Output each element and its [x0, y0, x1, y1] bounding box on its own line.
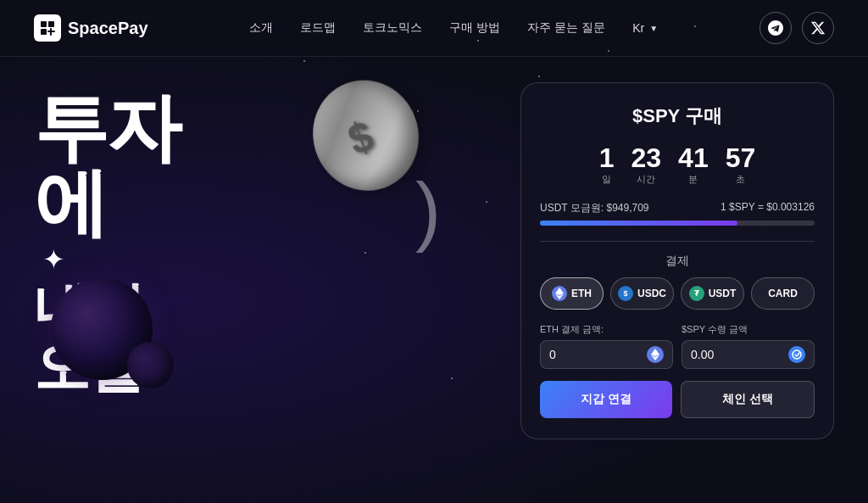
seconds-value: 57 — [726, 144, 756, 171]
brand-name: SpacePay — [68, 19, 148, 38]
connect-wallet-button[interactable]: 지갑 연결 — [540, 381, 672, 418]
usdc-payment-button[interactable]: $ USDC — [610, 277, 674, 310]
days-label: 일 — [599, 173, 615, 186]
navbar: SpacePay 소개 로드맵 토크노믹스 구매 방법 자주 묻는 질문 Kr … — [0, 0, 868, 57]
payment-section-label: 결제 — [540, 241, 815, 269]
raised-label: USDT 모금원: — [540, 202, 604, 214]
usdt-icon: ₮ — [689, 286, 704, 301]
exchange-rate: 1 $SPY = $0.003126 — [721, 201, 815, 215]
telegram-button[interactable] — [760, 12, 792, 44]
input-row: ETH 결제 금액: $SPY 수령 금액 — [540, 323, 815, 369]
days-value: 1 — [599, 144, 615, 171]
chevron-down-icon: ▼ — [649, 24, 658, 33]
spy-input-group: $SPY 수령 금액 — [682, 323, 815, 369]
nav-intro[interactable]: 소개 — [249, 20, 273, 36]
sparkle-icon: ✦ — [42, 243, 65, 276]
bracket-decoration: ) — [415, 167, 441, 254]
select-chain-button[interactable]: 체인 선택 — [681, 381, 815, 418]
language-label: Kr — [632, 21, 644, 35]
raised-amount: $949,709 — [606, 202, 648, 214]
nav-links: 소개 로드맵 토크노믹스 구매 방법 자주 묻는 질문 Kr ▼ — [249, 20, 658, 36]
countdown-timer: 1 일 23 시간 41 분 57 초 — [540, 144, 815, 186]
twitter-button[interactable] — [802, 12, 834, 44]
nav-roadmap[interactable]: 로드맵 — [300, 20, 336, 36]
raised-info: USDT 모금원: $949,709 1 $SPY = $0.003126 — [540, 201, 815, 215]
minutes-value: 41 — [678, 144, 709, 171]
eth-input-wrapper — [540, 340, 673, 369]
raised-text: USDT 모금원: $949,709 — [540, 201, 649, 215]
spy-input-icon — [788, 346, 805, 363]
eth-input-label: ETH 결제 금액: — [540, 323, 673, 336]
svg-rect-0 — [41, 21, 47, 27]
card-label: CARD — [768, 288, 798, 299]
hours-label: 시간 — [632, 173, 662, 186]
nav-tokenomics[interactable]: 토크노믹스 — [363, 20, 422, 36]
nav-how-to-buy[interactable]: 구매 방법 — [449, 20, 500, 36]
progress-bar-background — [540, 221, 815, 226]
spy-input-wrapper — [682, 340, 815, 369]
language-selector[interactable]: Kr ▼ — [632, 21, 658, 35]
purchase-card: $SPY 구매 1 일 23 시간 41 분 57 초 USDT 모금원: — [520, 82, 834, 439]
eth-label: ETH — [571, 288, 592, 299]
svg-point-7 — [793, 350, 801, 359]
eth-payment-button[interactable]: ETH — [540, 277, 604, 310]
nav-social-icons — [760, 12, 834, 44]
svg-rect-1 — [48, 21, 54, 27]
spy-input[interactable] — [691, 341, 788, 368]
svg-marker-3 — [555, 288, 564, 295]
main-content: 투자에 ✦ 내일오늘 $ ) $SPY 구매 1 일 23 시간 — [0, 57, 868, 465]
coin-decoration: $ — [305, 82, 415, 193]
eth-input-group: ETH 결제 금액: — [540, 323, 673, 369]
card-payment-button[interactable]: CARD — [751, 277, 815, 310]
logo[interactable]: SpacePay — [34, 14, 148, 42]
usdt-payment-button[interactable]: ₮ USDT — [681, 277, 744, 310]
spy-input-label: $SPY 수령 금액 — [682, 323, 815, 336]
progress-bar-fill — [540, 221, 737, 226]
hours-value: 23 — [632, 144, 662, 171]
minutes-label: 분 — [678, 173, 709, 186]
eth-input-icon — [647, 346, 664, 363]
countdown-hours: 23 시간 — [632, 144, 662, 186]
countdown-minutes: 41 분 — [678, 144, 709, 186]
svg-marker-5 — [651, 349, 659, 356]
nav-faq[interactable]: 자주 묻는 질문 — [527, 20, 605, 36]
hero-section: 투자에 ✦ 내일오늘 $ ) — [34, 82, 487, 397]
usdc-icon: $ — [618, 286, 633, 301]
action-buttons: 지갑 연결 체인 선택 — [540, 381, 815, 418]
logo-icon — [34, 14, 61, 42]
orb-small — [127, 342, 174, 388]
eth-icon — [552, 286, 567, 301]
card-title: $SPY 구매 — [540, 103, 815, 129]
eth-input[interactable] — [549, 341, 647, 368]
seconds-label: 초 — [726, 173, 756, 186]
usdt-label: USDT — [709, 288, 737, 299]
countdown-seconds: 57 초 — [726, 144, 756, 186]
usdc-label: USDC — [637, 288, 666, 299]
svg-rect-2 — [41, 29, 47, 35]
payment-methods: ETH $ USDC ₮ USDT CARD — [540, 277, 815, 310]
countdown-days: 1 일 — [599, 144, 615, 186]
